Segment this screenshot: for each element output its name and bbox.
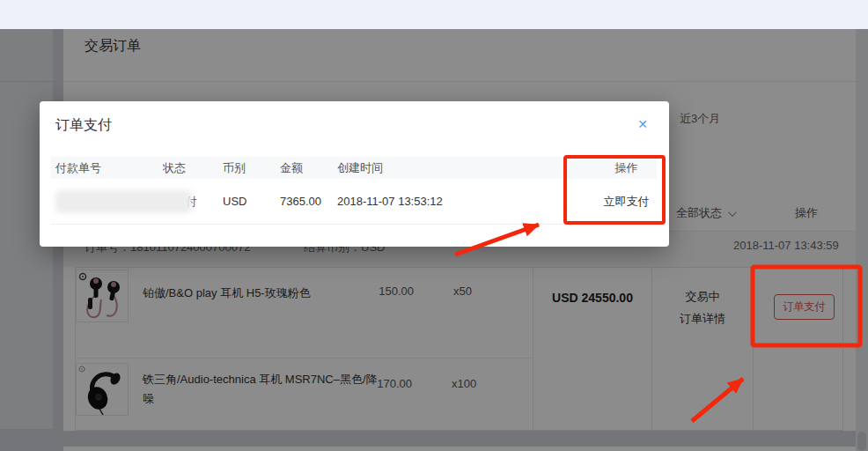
col-status: 状态	[163, 160, 223, 176]
screen: 交易订单 近3个月 全部状态 操作 订单号：181011072400070007…	[0, 0, 868, 451]
col-currency: 币别	[223, 160, 280, 176]
payment-table-header: 付款单号 状态 币别 金额 创建时间 操作	[51, 157, 657, 179]
col-created: 创建时间	[337, 160, 596, 176]
close-icon[interactable]: ✕	[637, 118, 648, 130]
payment-modal: 订单支付 ✕ 付款单号 状态 币别 金额 创建时间 操作 待支付 USD 736…	[40, 101, 669, 247]
payment-table-row: 待支付 USD 7365.00 2018-11-07 13:53:12 立即支付	[51, 179, 657, 225]
modal-title: 订单支付	[55, 116, 112, 135]
col-payment-no: 付款单号	[51, 160, 163, 176]
col-amount: 金额	[280, 160, 337, 176]
payment-table: 付款单号 状态 币别 金额 创建时间 操作 待支付 USD 7365.00 20…	[51, 157, 657, 225]
top-band	[0, 0, 868, 29]
pay-now-link[interactable]: 立即支付	[596, 194, 657, 210]
col-action: 操作	[596, 160, 657, 176]
payment-created-time: 2018-11-07 13:53:12	[337, 195, 596, 208]
payment-currency: USD	[223, 195, 280, 208]
redacted-blur	[55, 190, 192, 213]
payment-amount: 7365.00	[280, 195, 337, 208]
